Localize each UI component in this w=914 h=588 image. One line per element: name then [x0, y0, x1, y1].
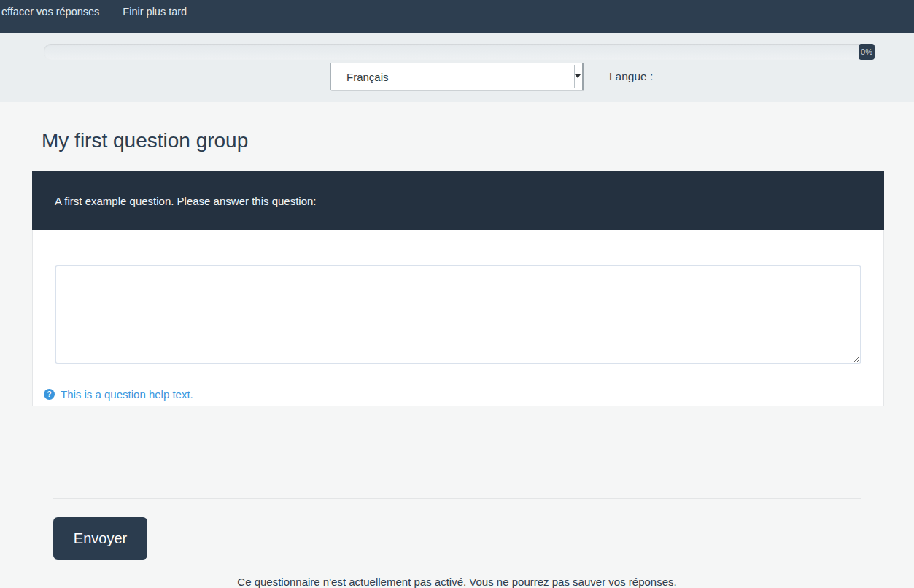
language-select-value: Français: [346, 71, 389, 83]
language-label: Langue :: [609, 70, 653, 83]
survey-not-active-notice: Ce questionnaire n'est actuellement pas …: [0, 576, 914, 588]
question-body: ? This is a question help text.: [32, 230, 884, 406]
top-navbar: effacer vos réponses Finir plus tard: [0, 0, 914, 33]
question-group-title: My first question group: [42, 129, 914, 152]
progress-percent-badge: 0%: [859, 44, 875, 60]
nav-clear-responses-link[interactable]: effacer vos réponses: [0, 6, 111, 18]
question-text: A first example question. Please answer …: [55, 195, 317, 207]
question-card: A first example question. Please answer …: [32, 171, 884, 406]
language-row: Français Langue :: [0, 63, 914, 90]
progress-bar: [44, 44, 859, 60]
submit-button[interactable]: Envoyer: [53, 517, 147, 560]
survey-header-band: 0% Français Langue :: [0, 33, 914, 102]
chevron-down-icon: [575, 74, 581, 78]
language-select[interactable]: Français: [330, 63, 584, 90]
submit-divider: [53, 498, 861, 499]
question-circle-icon: ?: [44, 389, 55, 400]
nav-finish-later-link[interactable]: Finir plus tard: [111, 6, 198, 18]
question-help-text: This is a question help text.: [61, 388, 193, 401]
answer-textarea[interactable]: [55, 265, 861, 364]
progress-row: 0%: [44, 33, 875, 60]
question-help: ? This is a question help text.: [44, 388, 861, 401]
question-header: A first example question. Please answer …: [32, 171, 884, 230]
